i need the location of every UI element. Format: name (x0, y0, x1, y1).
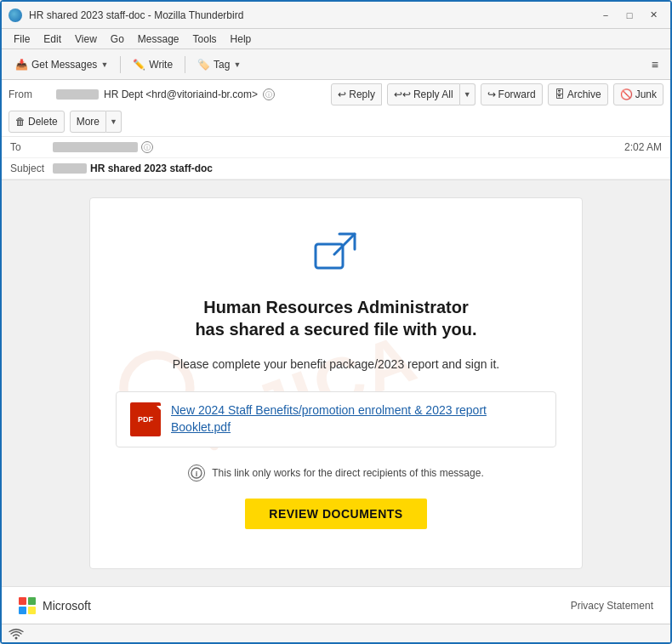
microsoft-logo: Microsoft (19, 597, 91, 614)
hamburger-menu-button[interactable]: ≡ (646, 54, 663, 75)
get-messages-label: Get Messages (31, 59, 97, 71)
wifi-icon (9, 628, 24, 640)
menu-file[interactable]: File (9, 31, 35, 47)
attachment-link[interactable]: New 2024 Staff Benefits/promotion enrolm… (171, 402, 542, 436)
from-blurred (56, 89, 99, 100)
to-row: To ⓘ 2:02 AM (2, 137, 670, 158)
more-dropdown[interactable]: ▼ (106, 111, 122, 133)
app-icon (9, 9, 22, 22)
to-label: To (10, 137, 53, 157)
menu-help[interactable]: Help (225, 31, 257, 47)
email-time: 2:02 AM (624, 137, 662, 157)
tag-label: Tag (214, 59, 230, 71)
forward-icon: ↪ (487, 88, 496, 100)
menu-go[interactable]: Go (105, 31, 129, 47)
ms-yellow-square (28, 607, 36, 614)
email-card: JICA Human Resources Administrator (89, 197, 583, 569)
reply-all-button[interactable]: ↩↩ Reply All (387, 83, 460, 105)
delete-icon: 🗑 (15, 116, 26, 128)
forward-label: Forward (498, 88, 536, 100)
svg-point-6 (15, 636, 18, 639)
tag-dropdown-icon[interactable]: ▼ (233, 60, 241, 69)
menu-view[interactable]: View (70, 31, 102, 47)
pdf-icon (130, 402, 161, 436)
svg-rect-2 (316, 244, 343, 268)
info-row: This link only works for the direct reci… (188, 464, 483, 482)
archive-icon: 🗄 (555, 88, 565, 100)
email-body-area: JICA Human Resources Administrator (2, 180, 670, 586)
junk-icon: 🚫 (620, 88, 633, 100)
more-button[interactable]: More (70, 111, 106, 133)
title-bar-left: HR shared 2023 staff-doc - Mozilla Thund… (9, 9, 243, 22)
window-controls: − □ ✕ (595, 7, 663, 24)
delete-label: Delete (28, 116, 58, 128)
from-label: From (9, 84, 51, 105)
from-contact-icon[interactable]: ⓘ (263, 88, 275, 100)
reply-all-dropdown[interactable]: ▼ (460, 83, 476, 105)
menu-edit[interactable]: Edit (38, 31, 66, 47)
reply-button[interactable]: ↩ Reply (331, 83, 382, 105)
reply-icon: ↩ (338, 88, 346, 100)
menu-message[interactable]: Message (133, 31, 185, 47)
more-label: More (77, 116, 100, 128)
more-group: More ▼ (70, 111, 122, 133)
status-bar (2, 624, 670, 642)
heading-line1: Human Resources Administrator (203, 298, 469, 316)
share-icon (314, 232, 358, 276)
to-blurred (53, 142, 138, 152)
ms-red-square (19, 597, 26, 605)
toolbar: 📥 Get Messages ▼ ✏️ Write 🏷️ Tag ▼ ≡ (2, 49, 670, 80)
to-value: ⓘ (53, 137, 624, 157)
attachment-box[interactable]: New 2024 Staff Benefits/promotion enrolm… (116, 391, 556, 447)
forward-button[interactable]: ↪ Forward (481, 83, 543, 105)
tag-button[interactable]: 🏷️ Tag ▼ (191, 55, 248, 74)
menu-tools[interactable]: Tools (188, 31, 222, 47)
heading-line2: has shared a secured file with you. (195, 320, 476, 339)
reply-group: ↩ Reply (331, 83, 382, 105)
ms-brand-name: Microsoft (43, 599, 91, 613)
pdf-icon-corner (157, 406, 163, 413)
close-button[interactable]: ✕ (643, 7, 663, 24)
archive-button[interactable]: 🗄 Archive (548, 83, 608, 105)
minimize-button[interactable]: − (595, 7, 616, 24)
info-icon (188, 464, 205, 482)
maximize-button[interactable]: □ (619, 7, 640, 24)
main-heading: Human Resources Administrator has shared… (195, 296, 476, 340)
tag-icon: 🏷️ (197, 59, 210, 71)
info-text: This link only works for the direct reci… (212, 467, 483, 479)
email-footer: Microsoft Privacy Statement (2, 586, 670, 624)
junk-label: Junk (635, 88, 657, 100)
email-header: From HR Dept <hrd@vitoriaind-br.com> ⓘ ↩… (2, 80, 670, 180)
reply-all-label: Reply All (413, 88, 453, 100)
review-documents-button[interactable]: REVIEW DOCUMENTS (245, 499, 426, 529)
archive-label: Archive (567, 88, 601, 100)
window-title: HR shared 2023 staff-doc - Mozilla Thund… (29, 9, 243, 21)
main-window: HR shared 2023 staff-doc - Mozilla Thund… (0, 0, 672, 644)
reply-all-icon: ↩↩ (394, 88, 411, 100)
subject-label: Subject (10, 158, 53, 179)
subject-blurred (53, 163, 87, 174)
junk-button[interactable]: 🚫 Junk (613, 83, 663, 105)
toolbar-separator-2 (185, 56, 185, 73)
reply-all-group: ↩↩ Reply All ▼ (387, 83, 476, 105)
write-button[interactable]: ✏️ Write (126, 55, 179, 74)
email-card-content: Human Resources Administrator has shared… (116, 232, 556, 529)
delete-button[interactable]: 🗑 Delete (9, 111, 65, 133)
from-value: HR Dept <hrd@vitoriaind-br.com> (104, 88, 258, 100)
subject-text: HR shared 2023 staff-doc (90, 162, 213, 174)
sub-text: Please complete your benefit package/202… (173, 357, 499, 371)
subject-row: Subject HR shared 2023 staff-doc (2, 158, 670, 180)
title-bar: HR shared 2023 staff-doc - Mozilla Thund… (2, 2, 670, 29)
write-icon: ✏️ (133, 59, 145, 71)
privacy-statement-link[interactable]: Privacy Statement (571, 600, 653, 612)
ms-logo-grid (19, 597, 36, 614)
get-messages-button[interactable]: 📥 Get Messages ▼ (9, 55, 115, 74)
get-messages-icon: 📥 (15, 59, 28, 71)
ms-green-square (28, 597, 36, 605)
get-messages-dropdown-icon[interactable]: ▼ (100, 60, 108, 69)
write-label: Write (149, 59, 173, 71)
reply-label: Reply (349, 88, 375, 100)
to-contact-icon[interactable]: ⓘ (141, 141, 153, 153)
menu-bar: File Edit View Go Message Tools Help (2, 29, 670, 49)
share-icon-container (314, 232, 358, 279)
